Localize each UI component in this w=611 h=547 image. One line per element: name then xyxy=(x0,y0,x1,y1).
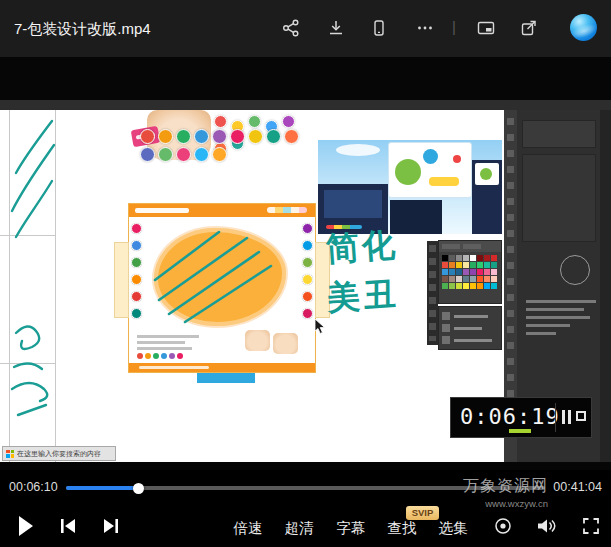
video-title: 7-包装设计改版.mp4 xyxy=(14,0,151,57)
speed-menu[interactable]: 倍速 xyxy=(234,519,263,538)
package-right-icons xyxy=(302,223,313,319)
swatch xyxy=(491,255,497,261)
character-sticker xyxy=(230,129,245,144)
taskbar-search-fragment: 在这里输入你要搜索的内容 xyxy=(2,446,116,461)
swatch xyxy=(449,255,455,261)
swatch xyxy=(484,262,490,268)
more-icon[interactable] xyxy=(416,19,434,37)
character-sticker xyxy=(248,115,261,128)
ps-menubar xyxy=(0,100,611,110)
swatch xyxy=(456,276,462,282)
download-icon[interactable] xyxy=(327,19,345,37)
package-tab xyxy=(197,373,255,383)
swatch xyxy=(442,269,448,275)
episodes-menu[interactable]: 选集 xyxy=(439,519,468,538)
dock-panel xyxy=(522,154,596,242)
ps-tool-strip xyxy=(427,241,438,345)
dark-product-box xyxy=(472,160,502,234)
popout-icon[interactable] xyxy=(520,19,538,37)
quality-menu[interactable]: 超清 xyxy=(285,519,314,538)
character-sticker xyxy=(214,115,227,128)
control-bar: 倍速 超清 字幕 查找 选集 SVIP xyxy=(0,506,611,547)
watermark: 万象资源网 www.wxzyw.cn xyxy=(463,476,548,509)
subtitle-menu[interactable]: 字幕 xyxy=(337,519,366,538)
swatch xyxy=(463,283,469,289)
progress-handle[interactable] xyxy=(133,483,144,494)
swatch xyxy=(484,283,490,289)
next-button[interactable] xyxy=(101,518,119,534)
mini-dot xyxy=(145,353,151,359)
swatch xyxy=(442,262,448,268)
stop-icon xyxy=(576,411,586,421)
find-menu[interactable]: 查找 xyxy=(388,519,417,538)
package-icon xyxy=(131,257,142,268)
character-sticker xyxy=(284,129,299,144)
swatch xyxy=(449,283,455,289)
text-line xyxy=(137,341,185,344)
toolbar-divider: | xyxy=(452,18,456,35)
swatch xyxy=(456,262,462,268)
mini-dot xyxy=(161,353,167,359)
swatch xyxy=(463,276,469,282)
swatch xyxy=(449,262,455,268)
yellow-pill xyxy=(429,177,459,186)
layers-panel xyxy=(438,306,502,350)
package-dieline xyxy=(128,203,316,373)
share-icon[interactable] xyxy=(282,19,300,37)
current-time: 00:06:10 xyxy=(9,480,58,494)
package-icon xyxy=(302,223,313,234)
swatch xyxy=(477,276,483,282)
mini-dot xyxy=(153,353,159,359)
sticker-strip xyxy=(140,129,312,162)
package-mini-dots xyxy=(137,353,183,359)
previous-button[interactable] xyxy=(60,518,78,534)
swatch xyxy=(442,283,448,289)
pause-icon xyxy=(562,410,571,424)
package-icon xyxy=(131,291,142,302)
watermark-site-name: 万象资源网 xyxy=(463,476,548,497)
swatch xyxy=(463,255,469,261)
duration: 00:41:04 xyxy=(553,480,602,494)
play-button[interactable] xyxy=(17,515,35,537)
character-sticker xyxy=(140,129,155,144)
swatch xyxy=(477,262,483,268)
character-sticker xyxy=(194,147,209,162)
package-header-band xyxy=(129,204,315,217)
swatch xyxy=(463,269,469,275)
character-sticker xyxy=(248,129,263,144)
pip-icon[interactable] xyxy=(477,19,495,37)
package-icon xyxy=(131,308,142,319)
dock-panel xyxy=(522,120,596,148)
swatch xyxy=(470,262,476,268)
mini-dot xyxy=(169,353,175,359)
red-dot xyxy=(453,155,461,163)
record-icon[interactable] xyxy=(494,517,512,535)
swatch xyxy=(463,262,469,268)
package-flap xyxy=(114,242,129,318)
text-line xyxy=(137,335,199,338)
swatch xyxy=(491,269,497,275)
margin-sketches xyxy=(10,115,56,455)
marker-scribbles xyxy=(147,222,297,334)
cloud xyxy=(336,144,380,156)
colorful-box-face xyxy=(388,142,472,198)
character-sticker xyxy=(212,147,227,162)
volume-icon[interactable] xyxy=(537,517,557,535)
package-footer-band xyxy=(129,363,315,372)
character-sticker xyxy=(158,129,173,144)
title-bar: 7-包装设计改版.mp4 | xyxy=(0,0,611,57)
swatch xyxy=(491,276,497,282)
blue-dot xyxy=(423,149,438,164)
browser-globe-icon[interactable] xyxy=(570,14,597,41)
package-icon xyxy=(131,223,142,234)
package-icon xyxy=(131,240,142,251)
package-icon xyxy=(131,274,142,285)
stopwatch-overlay: 0:06:19 xyxy=(450,397,592,438)
character-sticker xyxy=(140,147,155,162)
panel-tabs xyxy=(439,241,501,252)
device-cast-icon[interactable] xyxy=(370,19,388,37)
video-surface[interactable]: 简化 美丑 0:06:19 在这里输入你要搜索的内容 xyxy=(0,57,611,470)
green-blob xyxy=(395,159,421,185)
fullscreen-icon[interactable] xyxy=(582,517,600,535)
dock-text-lines xyxy=(526,300,596,335)
